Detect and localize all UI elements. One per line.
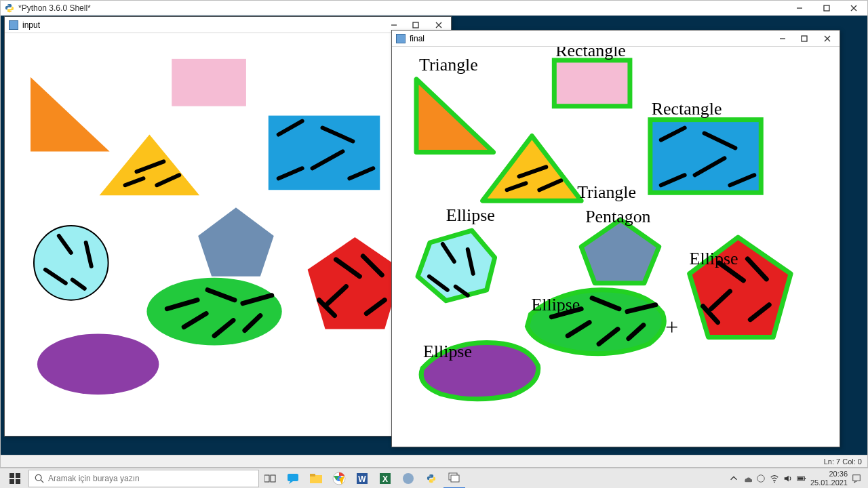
svg-marker-31	[416, 79, 494, 152]
shape-rectangle-pink	[172, 59, 246, 106]
shape-pentagon-red	[308, 237, 403, 329]
task-view-button[interactable]	[260, 468, 281, 489]
input-titlebar[interactable]: input	[5, 17, 451, 33]
svg-rect-73	[310, 474, 315, 476]
final-minimize-button[interactable]	[772, 30, 793, 47]
label-triangle-1: Triangle	[419, 55, 478, 75]
crosshair-icon	[667, 322, 677, 333]
svg-marker-44	[418, 230, 495, 301]
shell-status-bar: Ln: 7 Col: 0	[1, 455, 867, 467]
tray-volume-icon	[783, 474, 793, 483]
taskbar-app-word[interactable]: W	[351, 468, 373, 489]
final-maximize-button[interactable]	[793, 30, 815, 47]
input-canvas	[5, 33, 451, 436]
svg-rect-32	[554, 60, 630, 106]
svg-line-68	[41, 480, 43, 483]
taskbar-search[interactable]	[28, 470, 259, 487]
label-triangle-2: Triangle	[577, 182, 636, 202]
shape-rectangle-blue	[269, 116, 380, 190]
svg-rect-30	[802, 36, 807, 41]
tray-bluetooth-icon	[756, 474, 766, 483]
input-window[interactable]: input	[4, 16, 452, 436]
tray-battery-icon	[797, 474, 806, 483]
detected-triangle-yellow	[483, 136, 582, 201]
svg-rect-88	[853, 474, 861, 481]
svg-marker-43	[581, 220, 659, 283]
system-tray[interactable]: 20:36 25.01.2021	[725, 470, 865, 486]
label-rectangle-2: Rectangle	[652, 99, 722, 119]
final-title: final	[410, 34, 425, 43]
svg-marker-17	[308, 237, 403, 329]
final-close-button[interactable]	[815, 30, 840, 47]
opencv-icon	[396, 34, 406, 43]
detected-pentagon-steel	[581, 220, 659, 283]
shape-ellipse-purple	[37, 334, 159, 395]
svg-rect-0	[824, 5, 829, 11]
taskbar-app-chat[interactable]	[282, 468, 304, 489]
svg-text:X: X	[382, 474, 388, 484]
tray-notifications-icon[interactable]	[852, 474, 861, 483]
python-icon	[5, 3, 14, 13]
shape-ellipse-green	[146, 278, 281, 346]
shell-status-text: Ln: 7 Col: 0	[824, 458, 862, 466]
svg-rect-71	[288, 474, 298, 481]
input-canvas-area	[5, 33, 451, 436]
shape-triangle-yellow	[100, 134, 200, 195]
tray-date: 25.01.2021	[810, 479, 848, 487]
taskbar-app-generic1[interactable]	[397, 468, 419, 489]
input-title: input	[22, 20, 40, 30]
svg-rect-63	[9, 473, 14, 478]
svg-point-12	[34, 226, 108, 300]
label-rectangle-1: Rectangle	[555, 47, 626, 60]
tray-chevron-up-icon[interactable]	[729, 474, 738, 483]
final-titlebar[interactable]: final	[392, 30, 840, 47]
shape-circle-cyan	[34, 226, 108, 300]
svg-point-67	[35, 474, 41, 481]
taskbar: W X 20:36 25.01.2021	[0, 468, 868, 488]
svg-point-84	[774, 481, 775, 483]
shape-pentagon-steel	[198, 207, 274, 277]
label-pentagon: Pentagon	[585, 207, 650, 226]
svg-text:W: W	[358, 474, 366, 484]
tray-clock[interactable]: 20:36 25.01.2021	[810, 470, 848, 486]
svg-rect-64	[16, 473, 20, 478]
tray-time: 20:36	[810, 470, 848, 478]
svg-rect-65	[9, 479, 14, 484]
label-ellipse-3: Ellipse	[531, 295, 580, 314]
detected-rectangle-pink	[554, 60, 630, 106]
tray-onedrive-icon	[743, 474, 752, 483]
taskbar-app-chrome[interactable]	[328, 468, 350, 489]
shape-triangle-orange	[31, 77, 110, 152]
final-canvas-area: Triangle Rectangle Rectangle	[392, 47, 840, 447]
shell-close-button[interactable]	[840, 1, 867, 16]
final-window[interactable]: final Triangle Rectangle	[391, 30, 840, 447]
shell-titlebar[interactable]: *Python 3.6.0 Shell*	[1, 1, 867, 16]
search-icon	[35, 474, 44, 483]
detected-triangle-orange	[416, 79, 494, 152]
svg-rect-70	[271, 475, 275, 482]
detected-rectangle-blue	[650, 120, 761, 193]
shell-title: *Python 3.6.0 Shell*	[18, 3, 91, 13]
svg-marker-39	[483, 136, 582, 201]
start-button[interactable]	[3, 468, 27, 489]
detected-ellipse-cyan	[418, 230, 495, 301]
svg-rect-87	[798, 477, 804, 480]
svg-rect-69	[264, 475, 269, 482]
svg-point-83	[757, 474, 765, 482]
svg-rect-66	[16, 479, 20, 484]
taskbar-app-python[interactable]	[420, 468, 442, 489]
svg-rect-1	[413, 22, 418, 28]
taskbar-app-excel[interactable]: X	[374, 468, 396, 489]
label-ellipse-1: Ellipse	[446, 205, 495, 225]
svg-point-80	[403, 473, 414, 484]
tray-wifi-icon	[770, 474, 779, 483]
svg-rect-86	[804, 478, 806, 479]
shell-maximize-button[interactable]	[813, 1, 840, 16]
shell-minimize-button[interactable]	[786, 1, 813, 16]
taskbar-app-explorer[interactable]	[305, 468, 327, 489]
label-ellipse-2: Ellipse	[690, 249, 738, 268]
taskbar-app-opencv-window[interactable]	[443, 468, 465, 489]
opencv-icon	[9, 20, 18, 30]
final-canvas: Triangle Rectangle Rectangle	[392, 47, 840, 447]
taskbar-search-input[interactable]	[48, 474, 253, 483]
